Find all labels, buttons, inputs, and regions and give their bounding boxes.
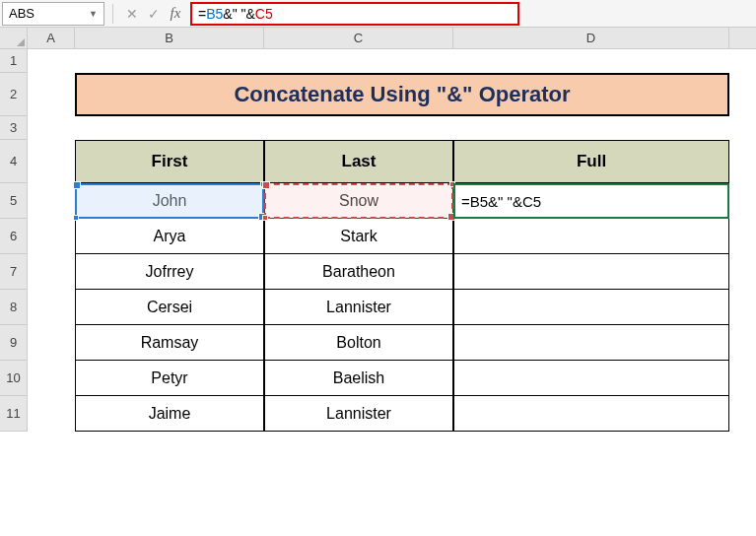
row-header-6[interactable]: 6: [0, 219, 28, 254]
cell-B8[interactable]: Cersei: [75, 290, 264, 325]
formula-amp1: &: [223, 6, 232, 22]
header-last[interactable]: Last: [264, 140, 453, 183]
row-header-2[interactable]: 2: [0, 73, 28, 116]
row-header-9[interactable]: 9: [0, 325, 28, 361]
formula-input[interactable]: =B5&" "&C5: [190, 2, 519, 26]
fx-icon[interactable]: fx: [165, 3, 186, 25]
cell-D10[interactable]: [453, 361, 729, 396]
confirm-icon[interactable]: ✓: [143, 3, 165, 25]
cell-D7[interactable]: [453, 254, 729, 290]
col-header-A[interactable]: A: [28, 28, 75, 48]
table-row: Jofrrey Baratheon: [75, 254, 729, 290]
cells-area[interactable]: exceldemy EXCEL · DATA · BI Concatenate …: [28, 49, 756, 432]
select-all-button[interactable]: [0, 28, 28, 48]
header-full[interactable]: Full: [453, 140, 729, 183]
rows-container: 1 2 3 4 5 6 7 8 9 10 11 exceldemy EXCEL …: [0, 49, 756, 432]
formula-ref-b5: B5: [206, 6, 223, 22]
cell-B11[interactable]: Jaime: [75, 396, 264, 432]
row-header-11[interactable]: 11: [0, 396, 28, 432]
row-header-10[interactable]: 10: [0, 361, 28, 396]
row-header-4[interactable]: 4: [0, 140, 28, 183]
row-header-8[interactable]: 8: [0, 290, 28, 325]
cell-B9[interactable]: Ramsay: [75, 325, 264, 361]
cell-C10[interactable]: Baelish: [264, 361, 453, 396]
header-first[interactable]: First: [75, 140, 264, 183]
title-cell[interactable]: Concatenate Using "&" Operator: [75, 73, 729, 116]
formula-ref-c5: C5: [255, 6, 273, 22]
row-header-5[interactable]: 5: [0, 183, 28, 219]
cell-C9[interactable]: Bolton: [264, 325, 453, 361]
cell-C11[interactable]: Lannister: [264, 396, 453, 432]
table-row: Petyr Baelish: [75, 361, 729, 396]
col-header-C[interactable]: C: [264, 28, 453, 48]
row-header-7[interactable]: 7: [0, 254, 28, 290]
row-header-1[interactable]: 1: [0, 49, 28, 73]
cell-C6[interactable]: Stark: [264, 219, 453, 254]
column-headers: A B C D: [0, 28, 756, 49]
formula-bar: ABS ▼ ✕ ✓ fx =B5&" "&C5: [0, 0, 756, 28]
formula-eq: =: [198, 6, 206, 22]
col-header-B[interactable]: B: [75, 28, 264, 48]
name-box[interactable]: ABS ▼: [2, 2, 104, 26]
table-row: Arya Stark: [75, 219, 729, 254]
row-header-3[interactable]: 3: [0, 116, 28, 140]
table-header-row: First Last Full: [75, 140, 729, 183]
cell-B6[interactable]: Arya: [75, 219, 264, 254]
name-box-dropdown-icon[interactable]: ▼: [89, 9, 98, 19]
cell-B7[interactable]: Jofrrey: [75, 254, 264, 290]
row-headers: 1 2 3 4 5 6 7 8 9 10 11: [0, 49, 28, 432]
table-row: Jaime Lannister: [75, 396, 729, 432]
cell-B5[interactable]: John: [75, 183, 264, 219]
col-header-D[interactable]: D: [453, 28, 729, 48]
formula-amp2: &: [246, 6, 255, 22]
cell-D6[interactable]: [453, 219, 729, 254]
cancel-icon[interactable]: ✕: [121, 3, 143, 25]
cell-D8[interactable]: [453, 290, 729, 325]
name-box-value: ABS: [9, 6, 34, 21]
table-row: Ramsay Bolton: [75, 325, 729, 361]
cell-C8[interactable]: Lannister: [264, 290, 453, 325]
cell-C7[interactable]: Baratheon: [264, 254, 453, 290]
active-cell-D5[interactable]: =B5&" "&C5: [453, 183, 729, 219]
grid-area: A B C D 1 2 3 4 5 6 7 8 9 10 11 exceldem…: [0, 28, 756, 432]
table-row: Cersei Lannister: [75, 290, 729, 325]
cell-D9[interactable]: [453, 325, 729, 361]
cell-C5[interactable]: Snow: [264, 183, 453, 219]
formula-str: " ": [233, 6, 246, 22]
cell-D11[interactable]: [453, 396, 729, 432]
cell-B10[interactable]: Petyr: [75, 361, 264, 396]
divider: [112, 4, 113, 24]
